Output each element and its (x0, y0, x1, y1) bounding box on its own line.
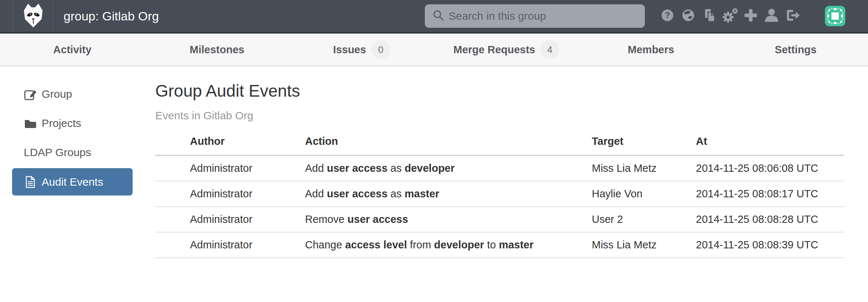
table-row: Administrator Change access level from d… (155, 232, 844, 258)
nav-tab-activity[interactable]: Activity (0, 34, 145, 66)
timestamp-cell: 2014-11-25 08:08:39 UTC (696, 232, 844, 258)
nav-tab-label: Milestones (190, 44, 244, 56)
column-header-target: Target (592, 132, 696, 155)
snippets-button[interactable] (698, 0, 719, 32)
group-nav: Activity Milestones Issues0 Merge Reques… (0, 34, 868, 67)
admin-area-button[interactable] (719, 0, 740, 32)
search-input[interactable] (449, 10, 639, 22)
action-cell: Add user access as developer (305, 155, 592, 181)
nav-tab-members[interactable]: Members (579, 34, 723, 66)
author-cell: Administrator (155, 207, 305, 232)
copy-icon (701, 7, 717, 25)
settings-sidebar: Group Projects LDAP Groups (0, 67, 155, 302)
content-area: Group Audit Events Events in Gitlab Org … (155, 67, 868, 302)
globe-icon (680, 7, 697, 25)
admin-gears-icon (722, 7, 738, 25)
gitlab-logo[interactable] (13, 0, 53, 32)
author-cell: Administrator (155, 181, 305, 207)
column-header-action: Action (305, 132, 592, 155)
timestamp-cell: 2014-11-25 08:08:17 UTC (696, 181, 844, 207)
sidebar-item-projects[interactable]: Projects (0, 109, 155, 138)
timestamp-cell: 2014-11-25 08:08:28 UTC (696, 207, 844, 232)
nav-tab-label: Activity (53, 44, 92, 56)
plus-icon (742, 7, 759, 25)
nav-tab-label: Merge Requests (453, 44, 535, 56)
action-cell: Remove user access (305, 207, 592, 232)
nav-tab-merge-requests[interactable]: Merge Requests4 (434, 34, 579, 66)
sign-out-icon (784, 7, 801, 25)
nav-tab-label: Issues (333, 44, 366, 56)
sign-out-button[interactable] (782, 0, 803, 32)
target-cell: Miss Lia Metz (592, 232, 696, 258)
file-text-icon (24, 175, 37, 189)
nav-tab-label: Members (628, 44, 674, 56)
folder-icon (24, 117, 37, 130)
sidebar-item-group[interactable]: Group (0, 80, 155, 109)
merge-requests-count-badge: 4 (540, 40, 559, 59)
sidebar-item-ldap-groups[interactable]: LDAP Groups (0, 138, 155, 167)
action-cell: Add user access as master (305, 181, 592, 207)
explore-button[interactable] (678, 0, 698, 32)
sidebar-item-audit-events[interactable]: Audit Events (12, 168, 133, 195)
new-project-button[interactable] (740, 0, 761, 32)
page-title: Group Audit Events (155, 81, 844, 101)
table-header-row: Author Action Target At (155, 132, 844, 155)
column-header-at: At (696, 132, 844, 155)
table-row: Administrator Add user access as master … (155, 181, 844, 207)
table-row: Administrator Add user access as develop… (155, 155, 844, 181)
nav-tab-issues[interactable]: Issues0 (289, 34, 434, 66)
issues-count-badge: 0 (371, 40, 390, 59)
target-cell: User 2 (592, 207, 696, 232)
header-group-title: group: Gitlab Org (64, 9, 159, 23)
target-cell: Miss Lia Metz (592, 155, 696, 181)
profile-icon (763, 7, 780, 25)
user-avatar[interactable] (825, 6, 845, 26)
profile-button[interactable] (761, 0, 782, 32)
author-cell: Administrator (155, 232, 305, 258)
help-icon: ? (659, 7, 676, 25)
table-row: Administrator Remove user access User 2 … (155, 207, 844, 232)
svg-text:?: ? (665, 11, 670, 20)
action-cell: Change access level from developer to ma… (305, 232, 592, 258)
page-subtitle: Events in Gitlab Org (155, 109, 844, 122)
target-cell: Haylie Von (592, 181, 696, 207)
sidebar-item-label: LDAP Groups (24, 146, 91, 159)
sidebar-item-label: Audit Events (42, 176, 103, 188)
sidebar-item-label: Group (42, 88, 72, 100)
author-cell: Administrator (155, 155, 305, 181)
search-icon (432, 9, 445, 23)
nav-tab-label: Settings (775, 44, 816, 56)
help-button[interactable]: ? (657, 0, 678, 32)
group-search[interactable] (425, 4, 645, 28)
column-header-author: Author (155, 132, 305, 155)
pencil-square-icon (24, 88, 37, 101)
nav-tab-settings[interactable]: Settings (723, 34, 868, 66)
header-icon-bar: ? (657, 0, 803, 32)
top-header: group: Gitlab Org ? (0, 0, 868, 34)
gitlab-fox-icon (21, 2, 46, 30)
audit-events-table: Author Action Target At Administrator Ad… (155, 132, 844, 258)
header-left-strip (0, 0, 13, 32)
sidebar-item-label: Projects (42, 117, 81, 129)
timestamp-cell: 2014-11-25 08:06:08 UTC (696, 155, 844, 181)
nav-tab-milestones[interactable]: Milestones (145, 34, 289, 66)
